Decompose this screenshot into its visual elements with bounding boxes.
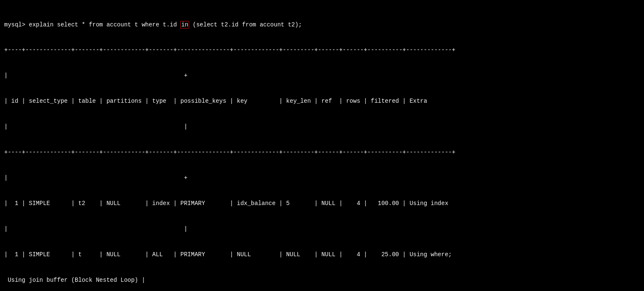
data-row-1b: | | <box>4 225 640 233</box>
data-row-2b: Using join buffer (Block Nested Loop) | <box>4 276 640 284</box>
header-line: | id | select_type | table | partitions … <box>4 97 640 105</box>
terminal-output: mysql> explain select * from account t w… <box>4 3 640 291</box>
separator-line-2: +----+-------------+-------+------------… <box>4 148 640 156</box>
data-row-1: | 1 | SIMPLE | t2 | NULL | index | PRIMA… <box>4 199 640 208</box>
data-row-2: | 1 | SIMPLE | t | NULL | ALL | PRIMARY … <box>4 250 640 259</box>
separator-line-1: +----+-------------+-------+------------… <box>4 46 640 54</box>
header-line-2: | | <box>4 122 640 131</box>
separator-line-2b: | + <box>4 174 640 182</box>
command-suffix: (select t2.id from account t2); <box>189 21 302 28</box>
separator-line-1b: | + <box>4 71 640 80</box>
highlight-in: in <box>180 21 189 29</box>
command-prefix: mysql> explain select * from account t w… <box>4 21 180 28</box>
command-line-1: mysql> explain select * from account t w… <box>4 21 640 29</box>
